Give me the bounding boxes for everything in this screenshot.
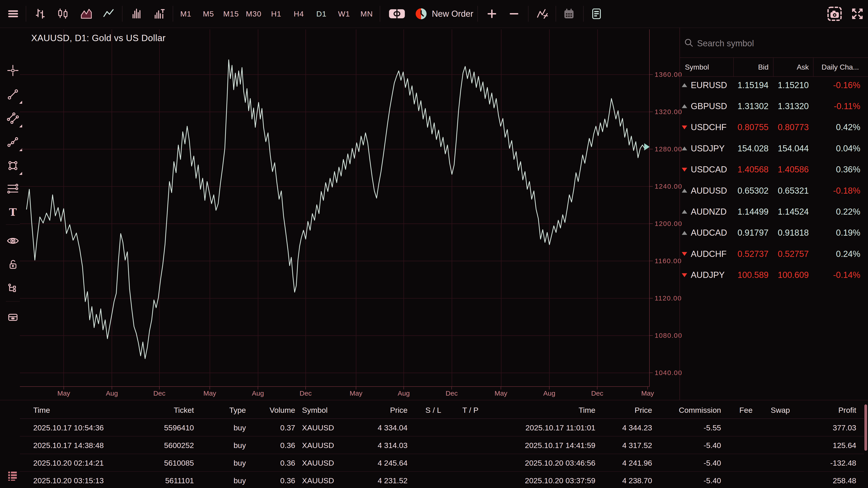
economic-calendar-button[interactable] [562,0,576,28]
chart-canvas[interactable] [20,29,650,395]
watchlist-row[interactable]: USDJPY154.028154.0440.04% [680,138,868,159]
bar-chart-type-button[interactable] [34,0,46,28]
watchlist-row[interactable]: AUDUSD0.653020.65321-0.18% [680,180,868,201]
trade-cell-time: 2025.10.20 03:15:13 [33,472,104,488]
trade-cell-symbol: XAUUSD [302,472,334,488]
watchlist-symbol: USDCAD [691,159,727,180]
table-header-border [20,418,864,419]
watchlist-bid: 154.028 [738,138,769,159]
trade-cell-volume: 0.36 [280,472,295,488]
timeframe-M15[interactable]: M15 [223,0,239,28]
zoom-in-button[interactable] [486,0,498,28]
trade-cell-profit: 258.48 [833,472,856,488]
time-axis-label: Aug [252,390,264,397]
watchlist-row[interactable]: EURUSD1.151941.15210-0.16% [680,75,868,96]
timeframe-D1[interactable]: D1 [316,0,327,28]
watchlist-column-header[interactable]: Ask [797,58,809,76]
crosshair-icon [7,65,19,76]
terminal-panel-button[interactable] [590,0,603,28]
trade-cell-time: 2025.10.20 02:14:21 [33,455,104,471]
tick-volumes-button[interactable] [153,0,166,28]
watchlist-column-header[interactable]: Symbol [685,58,709,76]
candlestick-chart-type-button[interactable] [57,0,69,28]
watchlist-row[interactable]: USDCHF0.807550.807730.42% [680,117,868,138]
area-chart-icon [80,7,93,20]
price-axis-tick [649,186,653,187]
watchlist-bid: 0.52737 [738,243,769,264]
trade-cell-close_time: 2025.10.17 11:01:01 [526,419,595,436]
trade-row[interactable]: 2025.10.17 10:54:365596410buy0.37XAUUSD4… [0,419,868,436]
indicators-button[interactable] [535,0,550,28]
trade-cell-close_time: 2025.10.20 03:37:59 [525,472,595,488]
sidebar-divider [6,224,20,225]
trade-cell-type: buy [234,455,246,471]
time-axis-label: Dec [153,390,165,397]
watchlist-daily-change: -0.14% [833,265,860,286]
fullscreen-button[interactable] [850,0,865,28]
timeframe-H4[interactable]: H4 [293,0,304,28]
menu-button[interactable] [7,0,20,28]
trade-column-header: Symbol [302,402,328,418]
up-arrow-icon [682,210,687,214]
trade-cell-profit: 377.03 [833,419,856,436]
watchlist-column-header[interactable]: Daily Cha... [822,58,859,76]
watchlist-bid: 100.589 [738,265,769,286]
toolbar-separator [380,6,380,22]
trade-row[interactable]: 2025.10.17 14:38:485600252buy0.36XAUUSD4… [0,437,868,454]
timeframe-MN[interactable]: MN [361,0,373,28]
ohlc-bars-icon [34,8,46,20]
watchlist-row[interactable]: AUDNZD1.144991.145240.22% [680,201,868,222]
volumes-button[interactable] [131,0,143,28]
watchlist-ask: 154.044 [778,138,809,159]
up-arrow-icon [682,104,687,108]
trade-row[interactable]: 2025.10.20 02:14:215610085buy0.36XAUUSD4… [0,455,868,471]
zoom-out-button[interactable] [508,0,520,28]
timeframe-H1[interactable]: H1 [271,0,281,28]
watchlist-row[interactable]: AUDCHF0.527370.527570.24% [680,243,868,264]
trade-column-header: T / P [462,402,478,418]
time-axis-label: May [204,390,216,397]
toolbar: M1M5M15M30H1H4D1W1MN New Order [0,0,868,28]
price-axis-tick [649,111,653,112]
trade-cell-commission: -5.40 [704,437,721,454]
watchlist-symbol: AUDJPY [691,265,725,286]
watchlist-row[interactable]: AUDJPY100.589100.609-0.14% [680,265,868,286]
price-axis-tick [649,335,653,336]
watchlist-column-header[interactable]: Bid [758,58,769,76]
watchlist-symbol: USDCHF [691,117,726,138]
panel-top-border [0,400,868,400]
timeframe-M30[interactable]: M30 [246,0,261,28]
scrollbar-thumb[interactable] [864,404,867,451]
watchlist-row[interactable]: GBPUSD1.313021.31320-0.11% [680,96,868,117]
document-list-icon [590,8,602,20]
watchlist-row[interactable]: AUDCAD0.917970.918180.19% [680,223,868,243]
trade-cell-symbol: XAUUSD [302,419,334,436]
dock-panel-button[interactable] [388,0,406,28]
watchlist-symbol: AUDNZD [691,201,726,222]
new-order-button[interactable]: New Order [414,0,473,28]
trade-cell-time: 2025.10.17 10:54:36 [33,419,104,436]
screenshot-button[interactable] [826,0,843,28]
line-chart-type-button[interactable] [102,0,115,28]
trade-column-header: Fee [739,402,753,418]
timeframe-M5[interactable]: M5 [203,0,214,28]
price-line-series [26,60,645,359]
price-axis-label: 1200.00 [655,220,682,228]
watchlist-daily-change: -0.18% [833,180,860,201]
symbol-search-input[interactable] [697,36,842,51]
drawing-toolbar: T [0,28,21,488]
watchlist-ask: 100.609 [778,265,809,286]
price-axis-label: 1120.00 [655,294,682,302]
watchlist-bid: 0.91797 [738,223,769,243]
trade-column-header: Type [229,402,246,418]
eye-icon [7,235,19,247]
watchlist-row[interactable]: USDCAD1.405681.405860.36% [680,159,868,180]
area-chart-type-button-active[interactable] [80,0,93,28]
trade-row[interactable]: 2025.10.20 03:15:135611101buy0.36XAUUSD4… [0,472,868,488]
timeframe-W1[interactable]: W1 [338,0,350,28]
time-axis-label: Aug [398,390,410,397]
timeframe-M1[interactable]: M1 [180,0,191,28]
price-axis-tick [649,372,653,373]
column-separator [813,58,813,76]
trade-cell-commission: -5.40 [704,472,721,488]
